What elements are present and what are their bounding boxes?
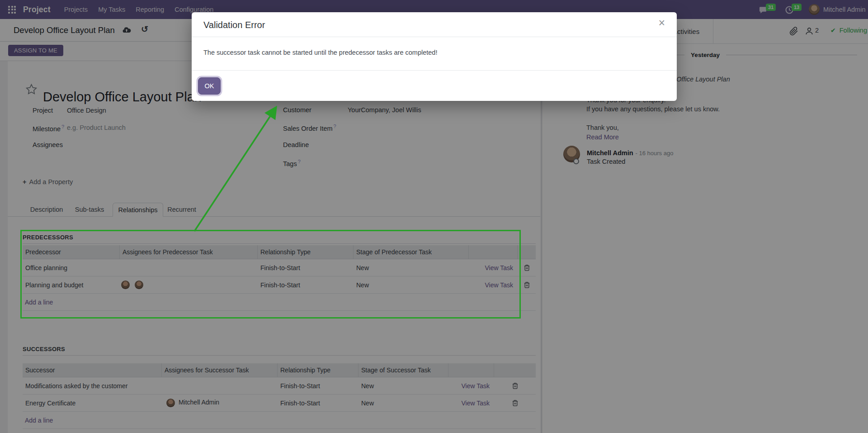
dialog-footer: OK (192, 70, 677, 101)
dialog-message: The successor task cannot be started unt… (192, 37, 677, 56)
odoo-project-screen: Project Projects My Tasks Reporting Conf… (0, 0, 868, 433)
validation-error-dialog: Validation Error × The successor task ca… (192, 12, 677, 101)
close-icon[interactable]: × (656, 17, 668, 29)
dialog-title: Validation Error (203, 20, 265, 30)
dialog-header: Validation Error × (192, 12, 677, 37)
ok-button[interactable]: OK (198, 77, 221, 95)
